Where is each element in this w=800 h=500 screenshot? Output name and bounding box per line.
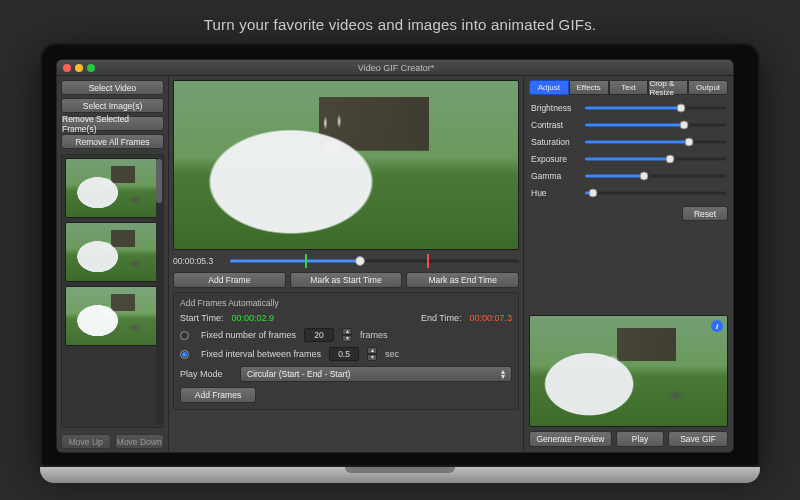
tab-crop-resize[interactable]: Crop & Resize (648, 80, 688, 95)
select-video-button[interactable]: Select Video (61, 80, 164, 95)
close-icon[interactable] (63, 64, 71, 72)
stepper-icon[interactable]: ▴▾ (367, 347, 377, 361)
remove-all-button[interactable]: Remove All Frames (61, 134, 164, 149)
laptop-frame: Video GIF Creator* Select Video Select I… (40, 43, 760, 483)
save-gif-button[interactable]: Save GIF (668, 431, 728, 447)
slider-label: Saturation (531, 137, 579, 147)
gamma-slider[interactable] (585, 171, 726, 181)
saturation-slider[interactable] (585, 137, 726, 147)
hue-slider[interactable] (585, 188, 726, 198)
scrollbar[interactable] (156, 157, 162, 425)
app-window: Video GIF Creator* Select Video Select I… (56, 59, 734, 453)
play-mode-label: Play Mode (180, 369, 232, 379)
timeline-scrubber[interactable] (230, 254, 519, 268)
tab-adjust[interactable]: Adjust (529, 80, 569, 95)
play-mode-select[interactable]: Circular (Start - End - Start) ▴▾ (240, 366, 512, 382)
adjust-sliders: BrightnessContrastSaturationExposureGamm… (529, 99, 728, 200)
center-panel: 00:00:05.3 Add Frame Mark as Start Time … (169, 76, 523, 452)
laptop-base (40, 467, 760, 483)
slider-label: Gamma (531, 171, 579, 181)
tab-output[interactable]: Output (688, 80, 728, 95)
move-down-button[interactable]: Move Down (115, 434, 165, 449)
start-marker-icon[interactable] (305, 254, 307, 268)
right-panel: AdjustEffectsTextCrop & ResizeOutput Bri… (523, 76, 733, 452)
slider-row-saturation: Saturation (531, 137, 726, 147)
slider-label: Exposure (531, 154, 579, 164)
fixed-interval-radio[interactable] (180, 350, 189, 359)
start-time-label: Start Time: (180, 313, 224, 323)
video-preview[interactable] (173, 80, 519, 250)
fixed-number-radio[interactable] (180, 331, 189, 340)
timecode-label: 00:00:05.3 (173, 256, 225, 266)
slider-label: Brightness (531, 103, 579, 113)
slider-row-contrast: Contrast (531, 120, 726, 130)
frames-list[interactable] (61, 154, 164, 428)
window-title: Video GIF Creator* (95, 63, 697, 73)
move-up-button[interactable]: Move Up (61, 434, 111, 449)
exposure-slider[interactable] (585, 154, 726, 164)
start-time-value: 00:00:02.9 (232, 313, 275, 323)
marketing-tagline: Turn your favorite videos and images int… (0, 0, 800, 43)
zoom-icon[interactable] (87, 64, 95, 72)
window-controls (63, 64, 95, 72)
add-frame-button[interactable]: Add Frame (173, 272, 286, 288)
end-time-label: End Time: (421, 313, 462, 323)
fixed-interval-label: Fixed interval between frames (201, 349, 321, 359)
info-icon[interactable]: i (711, 320, 723, 332)
fixed-number-unit: frames (360, 330, 388, 340)
play-mode-value: Circular (Start - End - Start) (247, 369, 350, 379)
slider-row-hue: Hue (531, 188, 726, 198)
fixed-interval-input[interactable] (329, 347, 359, 361)
output-preview[interactable]: i (529, 315, 728, 427)
fixed-number-label: Fixed number of frames (201, 330, 296, 340)
frame-thumb[interactable] (65, 158, 160, 218)
auto-frames-heading: Add Frames Automatically (180, 298, 512, 308)
chevron-updown-icon: ▴▾ (501, 369, 505, 379)
slider-row-exposure: Exposure (531, 154, 726, 164)
contrast-slider[interactable] (585, 120, 726, 130)
titlebar: Video GIF Creator* (57, 60, 733, 76)
mark-start-button[interactable]: Mark as Start Time (290, 272, 403, 288)
play-button[interactable]: Play (616, 431, 664, 447)
playhead-knob[interactable] (355, 256, 365, 266)
slider-row-gamma: Gamma (531, 171, 726, 181)
generate-preview-button[interactable]: Generate Preview (529, 431, 612, 447)
end-time-value: 00:00:07.3 (469, 313, 512, 323)
fixed-number-input[interactable] (304, 328, 334, 342)
minimize-icon[interactable] (75, 64, 83, 72)
frame-thumb[interactable] (65, 222, 160, 282)
tab-text[interactable]: Text (609, 80, 649, 95)
add-frames-button[interactable]: Add Frames (180, 387, 256, 403)
remove-selected-button[interactable]: Remove Selected Frame(s) (61, 116, 164, 131)
fixed-interval-unit: sec (385, 349, 399, 359)
frame-thumb[interactable] (65, 286, 160, 346)
end-marker-icon[interactable] (427, 254, 429, 268)
slider-label: Hue (531, 188, 579, 198)
tab-effects[interactable]: Effects (569, 80, 609, 95)
auto-frames-group: Add Frames Automatically Start Time: 00:… (173, 292, 519, 410)
stepper-icon[interactable]: ▴▾ (342, 328, 352, 342)
sidebar: Select Video Select Image(s) Remove Sele… (57, 76, 169, 452)
slider-label: Contrast (531, 120, 579, 130)
mark-end-button[interactable]: Mark as End Time (406, 272, 519, 288)
adjust-tabs: AdjustEffectsTextCrop & ResizeOutput (529, 80, 728, 95)
reset-button[interactable]: Reset (682, 206, 728, 221)
brightness-slider[interactable] (585, 103, 726, 113)
slider-row-brightness: Brightness (531, 103, 726, 113)
select-images-button[interactable]: Select Image(s) (61, 98, 164, 113)
